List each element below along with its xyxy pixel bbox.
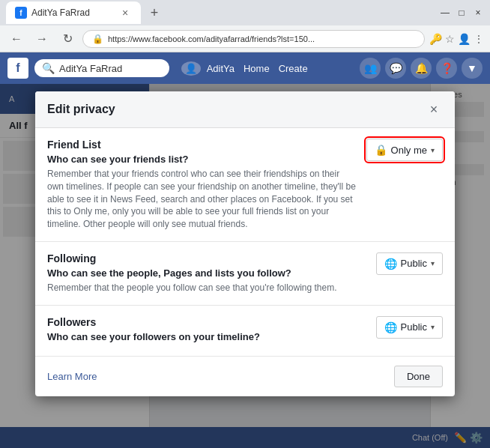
- friend-list-question: Who can see your friends list?: [47, 154, 357, 165]
- following-title: Following: [47, 252, 367, 264]
- friend-list-content: Friend List Who can see your friends lis…: [47, 139, 357, 231]
- address-icons: 🔑 ☆ 👤 ⋮: [429, 33, 484, 45]
- edit-privacy-modal: Edit privacy × Friend List Who can see y…: [35, 91, 455, 396]
- refresh-button[interactable]: ↻: [57, 28, 78, 49]
- user-avatar[interactable]: 👤 AditYa: [181, 63, 235, 74]
- account-icon[interactable]: 👤: [458, 33, 471, 45]
- lock-icon: 🔒: [375, 144, 387, 156]
- done-button[interactable]: Done: [394, 366, 443, 387]
- page-content: A All f reques Se Pant riends Singh rien…: [0, 84, 490, 448]
- followers-question: Who can see your followers on your timel…: [47, 331, 367, 342]
- following-section: Following Who can see the people, Pages …: [35, 242, 455, 306]
- address-bar: ← → ↻ 🔒 https://www.facebook.com/adityaf…: [0, 25, 490, 52]
- following-question: Who can see the people, Pages and lists …: [47, 267, 367, 279]
- title-bar: f AditYa FaRrad × + — □ ×: [0, 0, 490, 25]
- help-icon[interactable]: ❓: [436, 58, 457, 79]
- followers-title: Followers: [47, 316, 367, 328]
- star-icon[interactable]: ☆: [445, 33, 455, 45]
- back-button[interactable]: ←: [6, 28, 27, 49]
- facebook-header: f 🔍 AditYa FaRrad 👤 AditYa Home Create 👥…: [0, 52, 490, 84]
- facebook-search-box[interactable]: 🔍 AditYa FaRrad: [34, 59, 169, 77]
- friend-list-desc: Remember that your friends control who c…: [47, 168, 357, 231]
- followers-public-button[interactable]: 🌐 Public ▾: [376, 316, 443, 339]
- messenger-icon[interactable]: 💬: [385, 58, 406, 79]
- notifications-icon[interactable]: 🔔: [411, 58, 432, 79]
- fb-nav-icons: 👥 💬 🔔 ❓ ▼: [360, 58, 483, 79]
- modal-overlay: Edit privacy × Friend List Who can see y…: [0, 84, 490, 448]
- tab-title: AditYa FaRrad: [31, 7, 90, 18]
- followers-label: Public: [401, 321, 427, 333]
- tab-favicon: f: [15, 7, 27, 19]
- browser-frame: f AditYa FaRrad × + — □ × ← → ↻ 🔒 https:…: [0, 0, 490, 448]
- fb-nav-links: 👤 AditYa Home Create: [175, 63, 308, 74]
- modal-header: Edit privacy ×: [35, 91, 455, 128]
- new-tab-button[interactable]: +: [144, 2, 165, 23]
- followers-content: Followers Who can see your followers on …: [47, 316, 367, 345]
- learn-more-link[interactable]: Learn More: [47, 371, 97, 382]
- followers-control: 🌐 Public ▾: [376, 316, 443, 339]
- friend-list-control: 🔒 Only me ▾: [366, 139, 443, 161]
- search-placeholder: AditYa FaRrad: [59, 63, 122, 74]
- avatar-icon: 👤: [181, 61, 201, 76]
- maximize-button[interactable]: □: [456, 7, 468, 19]
- facebook-logo: f: [7, 58, 28, 79]
- following-desc: Remember that the people you follow can …: [47, 282, 367, 294]
- key-icon[interactable]: 🔑: [429, 33, 442, 45]
- window-close-button[interactable]: ×: [472, 7, 484, 19]
- minimize-button[interactable]: —: [439, 7, 451, 19]
- modal-body: Friend List Who can see your friends lis…: [35, 128, 455, 356]
- browser-tab[interactable]: f AditYa FaRrad ×: [6, 1, 141, 24]
- modal-footer: Learn More Done: [35, 356, 455, 396]
- following-control: 🌐 Public ▾: [376, 252, 443, 275]
- address-input[interactable]: 🔒 https://www.facebook.com/adityafarrad/…: [82, 30, 425, 48]
- globe-icon-followers: 🌐: [384, 321, 397, 333]
- friends-icon[interactable]: 👥: [360, 58, 381, 79]
- lock-icon: 🔒: [92, 34, 103, 44]
- friend-list-title: Friend List: [47, 139, 357, 151]
- only-me-caret: ▾: [431, 146, 435, 154]
- nav-create[interactable]: Create: [279, 63, 308, 74]
- following-content: Following Who can see the people, Pages …: [47, 252, 367, 294]
- followers-caret: ▾: [431, 323, 435, 331]
- globe-icon-following: 🌐: [384, 258, 397, 270]
- nav-home[interactable]: Home: [244, 63, 270, 74]
- tab-close-button[interactable]: ×: [118, 6, 132, 19]
- following-caret: ▾: [431, 259, 435, 267]
- only-me-button[interactable]: 🔒 Only me ▾: [366, 139, 443, 161]
- modal-title: Edit privacy: [47, 103, 115, 116]
- menu-icon[interactable]: ⋮: [474, 33, 484, 45]
- address-url: https://www.facebook.com/adityafarrad/fr…: [108, 34, 315, 43]
- window-controls: — □ ×: [439, 7, 484, 19]
- only-me-label: Only me: [391, 145, 427, 156]
- dropdown-icon[interactable]: ▼: [462, 58, 483, 79]
- friend-list-section: Friend List Who can see your friends lis…: [35, 128, 455, 242]
- modal-close-button[interactable]: ×: [425, 100, 443, 118]
- following-label: Public: [401, 258, 427, 269]
- search-icon: 🔍: [42, 62, 55, 74]
- followers-section: Followers Who can see your followers on …: [35, 306, 455, 356]
- following-public-button[interactable]: 🌐 Public ▾: [376, 252, 443, 275]
- forward-button[interactable]: →: [31, 28, 52, 49]
